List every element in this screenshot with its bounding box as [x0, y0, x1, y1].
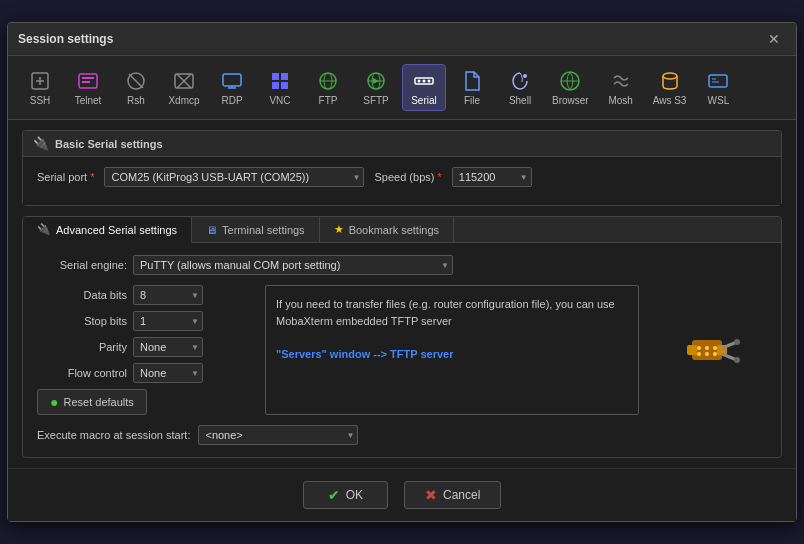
rdp-label: RDP — [221, 95, 242, 106]
speed-select[interactable]: 115200 — [452, 167, 532, 187]
sidebar-item-wsl[interactable]: WSL — [696, 65, 740, 110]
flow-control-row: Flow control None — [37, 363, 257, 383]
sidebar-item-serial[interactable]: Serial — [402, 64, 446, 111]
reset-defaults-label: Reset defaults — [63, 396, 133, 408]
engine-select[interactable]: PuTTY (allows manual COM port setting) — [133, 255, 453, 275]
tab-advanced-serial[interactable]: 🔌 Advanced Serial settings — [23, 217, 192, 243]
sidebar-item-xdmcp[interactable]: Xdmcp — [162, 65, 206, 110]
ok-label: OK — [346, 488, 363, 502]
speed-required: * — [437, 171, 441, 183]
sidebar-item-file[interactable]: File — [450, 65, 494, 110]
flow-control-select-wrapper: None — [133, 363, 203, 383]
sidebar-item-rsh[interactable]: Rsh — [114, 65, 158, 110]
engine-label: Serial engine: — [37, 259, 127, 271]
basic-section-title: Basic Serial settings — [55, 138, 163, 150]
serial-port-required: * — [90, 171, 94, 183]
svg-point-43 — [713, 352, 717, 356]
macro-select[interactable]: <none> — [198, 425, 358, 445]
advanced-serial-section: 🔌 Advanced Serial settings 🖥 Terminal se… — [22, 216, 782, 458]
title-bar: Session settings ✕ — [8, 23, 796, 56]
sidebar-item-vnc[interactable]: VNC — [258, 65, 302, 110]
telnet-icon — [76, 69, 100, 93]
advanced-serial-tab-icon: 🔌 — [37, 223, 51, 236]
svg-rect-32 — [709, 75, 727, 87]
shell-label: Shell — [509, 95, 531, 106]
macro-row: Execute macro at session start: <none> — [37, 425, 767, 445]
data-bits-select[interactable]: 8 — [133, 285, 203, 305]
connector-graphic — [647, 285, 767, 415]
svg-point-25 — [418, 80, 421, 83]
sidebar-item-ftp[interactable]: FTP — [306, 65, 350, 110]
ssh-label: SSH — [30, 95, 51, 106]
data-bits-label: Data bits — [37, 289, 127, 301]
parity-row: Parity None — [37, 337, 257, 357]
close-button[interactable]: ✕ — [762, 29, 786, 49]
reset-defaults-button[interactable]: ● Reset defaults — [37, 389, 147, 415]
sidebar-item-rdp[interactable]: RDP — [210, 65, 254, 110]
svg-rect-4 — [82, 77, 94, 79]
tab-bookmark-settings[interactable]: ★ Bookmark settings — [320, 217, 454, 242]
stop-bits-select[interactable]: 1 — [133, 311, 203, 331]
svg-point-46 — [734, 339, 740, 345]
tabs-header: 🔌 Advanced Serial settings 🖥 Terminal se… — [23, 217, 781, 243]
sidebar-item-ssh[interactable]: SSH — [18, 65, 62, 110]
basic-section-header: 🔌 Basic Serial settings — [23, 131, 781, 157]
svg-rect-36 — [687, 345, 697, 355]
sidebar-item-awss3[interactable]: Aws S3 — [647, 65, 693, 110]
engine-select-wrapper: PuTTY (allows manual COM port setting) — [133, 255, 453, 275]
parity-select[interactable]: None — [133, 337, 203, 357]
cancel-button[interactable]: ✖ Cancel — [404, 481, 501, 509]
advanced-serial-tab-label: Advanced Serial settings — [56, 224, 177, 236]
sidebar-item-telnet[interactable]: Telnet — [66, 65, 110, 110]
svg-line-7 — [129, 74, 143, 88]
cancel-label: Cancel — [443, 488, 480, 502]
data-bits-row: Data bits 8 — [37, 285, 257, 305]
xdmcp-label: Xdmcp — [168, 95, 199, 106]
content-area: 🔌 Basic Serial settings Serial port * CO… — [8, 120, 796, 468]
rsh-icon — [124, 69, 148, 93]
awss3-label: Aws S3 — [653, 95, 687, 106]
ftp-icon — [316, 69, 340, 93]
toolbar: SSH Telnet Rsh Xdmcp RDP — [8, 56, 796, 120]
macro-label: Execute macro at session start: — [37, 429, 190, 441]
advanced-body: Serial engine: PuTTY (allows manual COM … — [23, 243, 781, 457]
tab-terminal-settings[interactable]: 🖥 Terminal settings — [192, 217, 320, 242]
speed-select-wrapper: 115200 — [452, 167, 532, 187]
footer: ✔ OK ✖ Cancel — [8, 468, 796, 521]
speed-label: Speed (bps) * — [374, 171, 441, 183]
svg-point-38 — [697, 346, 701, 350]
svg-point-40 — [713, 346, 717, 350]
advanced-left-col: Data bits 8 Stop bits 1 — [37, 285, 257, 415]
dialog-title: Session settings — [18, 32, 113, 46]
file-label: File — [464, 95, 480, 106]
info-link: "Servers" window --> TFTP server — [276, 348, 453, 360]
svg-rect-11 — [223, 74, 241, 86]
sidebar-item-mosh[interactable]: Mosh — [599, 65, 643, 110]
browser-label: Browser — [552, 95, 589, 106]
sftp-label: SFTP — [363, 95, 389, 106]
reset-dot-icon: ● — [50, 394, 58, 410]
terminal-settings-tab-icon: 🖥 — [206, 224, 217, 236]
sidebar-item-browser[interactable]: Browser — [546, 65, 595, 110]
flow-control-select[interactable]: None — [133, 363, 203, 383]
browser-icon — [558, 69, 582, 93]
mosh-icon — [609, 69, 633, 93]
basic-section-body: Serial port * COM25 (KitProg3 USB-UART (… — [23, 157, 781, 205]
rdp-icon — [220, 69, 244, 93]
svg-rect-5 — [82, 81, 90, 83]
svg-point-31 — [663, 73, 677, 79]
info-text: If you need to transfer files (e.g. rout… — [276, 298, 615, 327]
sidebar-item-shell[interactable]: Shell — [498, 65, 542, 110]
advanced-grid: Data bits 8 Stop bits 1 — [37, 285, 767, 415]
parity-label: Parity — [37, 341, 127, 353]
sidebar-item-sftp[interactable]: SFTP — [354, 65, 398, 110]
svg-point-28 — [523, 74, 527, 78]
svg-point-26 — [423, 80, 426, 83]
serial-icon — [412, 69, 436, 93]
ok-icon: ✔ — [328, 487, 340, 503]
ok-button[interactable]: ✔ OK — [303, 481, 388, 509]
data-bits-select-wrapper: 8 — [133, 285, 203, 305]
ssh-icon — [28, 69, 52, 93]
shell-icon — [508, 69, 532, 93]
serial-port-select[interactable]: COM25 (KitProg3 USB-UART (COM25)) — [104, 167, 364, 187]
